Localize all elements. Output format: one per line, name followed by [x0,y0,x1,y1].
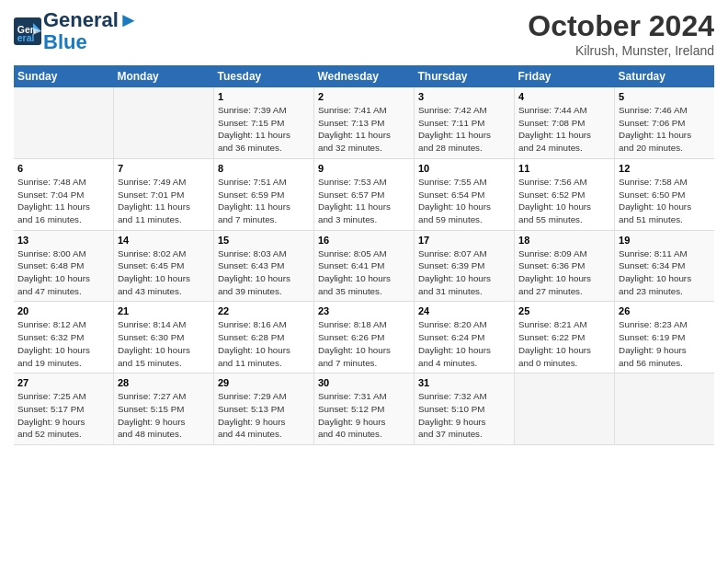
day-number: 1 [218,91,310,102]
column-header-saturday: Saturday [615,65,714,87]
cell-content: Sunrise: 7:51 AM Sunset: 6:59 PM Dayligh… [218,176,310,226]
cell-content: Sunrise: 7:46 AM Sunset: 7:06 PM Dayligh… [619,104,711,155]
calendar-cell [14,87,113,158]
cell-content: Sunrise: 7:53 AM Sunset: 6:57 PM Dayligh… [318,176,410,226]
cell-content: Sunrise: 8:05 AM Sunset: 6:41 PM Dayligh… [318,247,410,298]
calendar-cell: 21Sunrise: 8:14 AM Sunset: 6:30 PM Dayli… [113,302,213,373]
calendar-cell: 3Sunrise: 7:42 AM Sunset: 7:11 PM Daylig… [415,87,515,158]
cell-content: Sunrise: 8:09 AM Sunset: 6:36 PM Dayligh… [518,247,610,298]
calendar-cell: 31Sunrise: 7:32 AM Sunset: 5:10 PM Dayli… [415,373,515,445]
calendar-cell [615,373,714,445]
calendar-cell: 7Sunrise: 7:49 AM Sunset: 7:01 PM Daylig… [113,158,213,230]
calendar-cell: 20Sunrise: 8:12 AM Sunset: 6:32 PM Dayli… [14,302,113,373]
calendar-cell: 8Sunrise: 7:51 AM Sunset: 6:59 PM Daylig… [213,158,313,230]
cell-content: Sunrise: 7:39 AM Sunset: 7:15 PM Dayligh… [218,104,310,155]
calendar-cell [113,87,213,158]
calendar-cell: 22Sunrise: 8:16 AM Sunset: 6:28 PM Dayli… [213,302,313,373]
day-number: 12 [619,163,711,174]
day-number: 29 [218,377,310,388]
day-number: 28 [118,377,210,388]
cell-content: Sunrise: 8:14 AM Sunset: 6:30 PM Dayligh… [118,318,210,369]
cell-content: Sunrise: 7:29 AM Sunset: 5:13 PM Dayligh… [218,390,310,441]
calendar-week-5: 27Sunrise: 7:25 AM Sunset: 5:17 PM Dayli… [14,373,714,445]
logo-text: General► Blue [43,9,139,53]
cell-content: Sunrise: 7:56 AM Sunset: 6:52 PM Dayligh… [518,176,610,226]
day-number: 3 [418,91,510,102]
cell-content: Sunrise: 8:16 AM Sunset: 6:28 PM Dayligh… [218,318,310,369]
cell-content: Sunrise: 7:27 AM Sunset: 5:15 PM Dayligh… [118,390,210,441]
calendar-cell: 1Sunrise: 7:39 AM Sunset: 7:15 PM Daylig… [213,87,313,158]
day-number: 18 [518,235,610,246]
calendar-cell: 28Sunrise: 7:27 AM Sunset: 5:15 PM Dayli… [113,373,213,445]
day-number: 14 [118,235,210,246]
calendar-week-3: 13Sunrise: 8:00 AM Sunset: 6:48 PM Dayli… [14,230,714,302]
cell-content: Sunrise: 8:18 AM Sunset: 6:26 PM Dayligh… [318,318,410,369]
calendar-cell: 17Sunrise: 8:07 AM Sunset: 6:39 PM Dayli… [415,230,515,302]
day-number: 4 [518,91,610,102]
cell-content: Sunrise: 7:31 AM Sunset: 5:12 PM Dayligh… [318,390,410,441]
cell-content: Sunrise: 7:25 AM Sunset: 5:17 PM Dayligh… [17,390,109,441]
calendar-cell: 19Sunrise: 8:11 AM Sunset: 6:34 PM Dayli… [615,230,714,302]
day-number: 10 [418,163,510,174]
calendar-cell: 14Sunrise: 8:02 AM Sunset: 6:45 PM Dayli… [113,230,213,302]
cell-content: Sunrise: 7:42 AM Sunset: 7:11 PM Dayligh… [418,104,510,155]
day-number: 23 [318,305,410,316]
day-number: 16 [318,235,410,246]
calendar-cell: 15Sunrise: 8:03 AM Sunset: 6:43 PM Dayli… [213,230,313,302]
day-number: 20 [17,305,109,316]
calendar-cell: 27Sunrise: 7:25 AM Sunset: 5:17 PM Dayli… [14,373,113,445]
calendar-cell: 12Sunrise: 7:58 AM Sunset: 6:50 PM Dayli… [615,158,714,230]
calendar-table: SundayMondayTuesdayWednesdayThursdayFrid… [14,65,714,445]
calendar-cell: 24Sunrise: 8:20 AM Sunset: 6:24 PM Dayli… [415,302,515,373]
calendar-cell: 23Sunrise: 8:18 AM Sunset: 6:26 PM Dayli… [313,302,414,373]
svg-text:eral: eral [17,32,35,43]
title-section: October 2024 Kilrush, Munster, Ireland [528,9,714,58]
cell-content: Sunrise: 7:41 AM Sunset: 7:13 PM Dayligh… [318,104,410,155]
day-number: 26 [619,305,711,316]
day-number: 21 [118,305,210,316]
cell-content: Sunrise: 7:58 AM Sunset: 6:50 PM Dayligh… [619,176,711,226]
day-number: 19 [619,235,711,246]
calendar-cell: 29Sunrise: 7:29 AM Sunset: 5:13 PM Dayli… [213,373,313,445]
logo: Gen eral General► Blue [14,9,139,53]
calendar-cell: 16Sunrise: 8:05 AM Sunset: 6:41 PM Dayli… [313,230,414,302]
day-number: 17 [418,235,510,246]
cell-content: Sunrise: 8:11 AM Sunset: 6:34 PM Dayligh… [619,247,711,298]
cell-content: Sunrise: 8:20 AM Sunset: 6:24 PM Dayligh… [418,318,510,369]
calendar-week-4: 20Sunrise: 8:12 AM Sunset: 6:32 PM Dayli… [14,302,714,373]
column-header-wednesday: Wednesday [313,65,414,87]
day-number: 30 [318,377,410,388]
calendar-cell: 25Sunrise: 8:21 AM Sunset: 6:22 PM Dayli… [515,302,615,373]
calendar-cell: 26Sunrise: 8:23 AM Sunset: 6:19 PM Dayli… [615,302,714,373]
calendar-cell: 18Sunrise: 8:09 AM Sunset: 6:36 PM Dayli… [515,230,615,302]
calendar-header-row: SundayMondayTuesdayWednesdayThursdayFrid… [14,65,714,87]
cell-content: Sunrise: 8:23 AM Sunset: 6:19 PM Dayligh… [619,318,711,369]
calendar-cell: 9Sunrise: 7:53 AM Sunset: 6:57 PM Daylig… [313,158,414,230]
day-number: 25 [518,305,610,316]
day-number: 11 [518,163,610,174]
location: Kilrush, Munster, Ireland [528,43,714,58]
day-number: 2 [318,91,410,102]
calendar-cell: 5Sunrise: 7:46 AM Sunset: 7:06 PM Daylig… [615,87,714,158]
day-number: 8 [218,163,310,174]
cell-content: Sunrise: 8:07 AM Sunset: 6:39 PM Dayligh… [418,247,510,298]
cell-content: Sunrise: 7:55 AM Sunset: 6:54 PM Dayligh… [418,176,510,226]
cell-content: Sunrise: 7:49 AM Sunset: 7:01 PM Dayligh… [118,176,210,226]
cell-content: Sunrise: 8:12 AM Sunset: 6:32 PM Dayligh… [17,318,109,369]
cell-content: Sunrise: 7:32 AM Sunset: 5:10 PM Dayligh… [418,390,510,441]
month-title: October 2024 [528,9,714,43]
column-header-friday: Friday [515,65,615,87]
calendar-cell: 4Sunrise: 7:44 AM Sunset: 7:08 PM Daylig… [515,87,615,158]
calendar-cell: 2Sunrise: 7:41 AM Sunset: 7:13 PM Daylig… [313,87,414,158]
day-number: 27 [17,377,109,388]
day-number: 7 [118,163,210,174]
cell-content: Sunrise: 8:03 AM Sunset: 6:43 PM Dayligh… [218,247,310,298]
day-number: 22 [218,305,310,316]
cell-content: Sunrise: 7:44 AM Sunset: 7:08 PM Dayligh… [518,104,610,155]
day-number: 6 [17,163,109,174]
day-number: 31 [418,377,510,388]
cell-content: Sunrise: 8:02 AM Sunset: 6:45 PM Dayligh… [118,247,210,298]
calendar-cell: 11Sunrise: 7:56 AM Sunset: 6:52 PM Dayli… [515,158,615,230]
column-header-sunday: Sunday [14,65,113,87]
header: Gen eral General► Blue October 2024 Kilr… [14,9,714,58]
